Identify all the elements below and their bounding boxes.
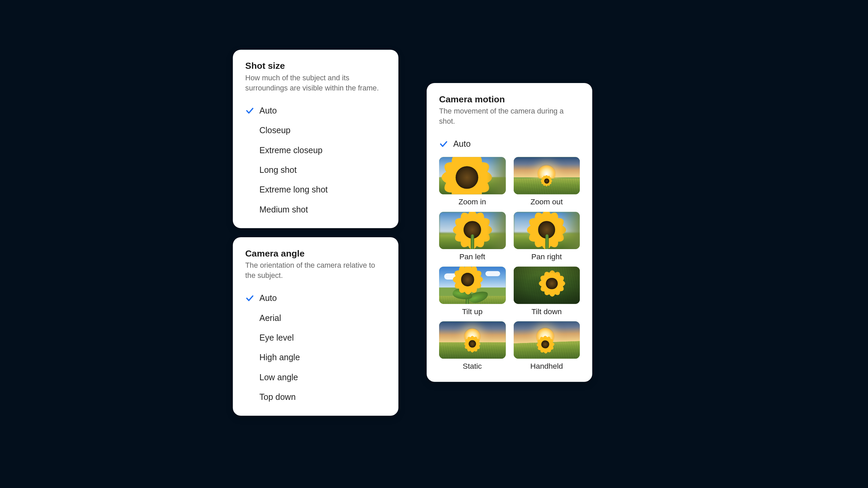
shot-size-panel: Shot size How much of the subject and it… xyxy=(233,50,398,228)
option-auto[interactable]: Auto xyxy=(245,101,386,120)
motion-tilt-down[interactable]: Tilt down xyxy=(513,267,580,316)
option-high-angle[interactable]: High angle xyxy=(245,347,386,367)
motion-pan-left[interactable]: Pan left xyxy=(439,212,506,261)
shot-size-description: How much of the subject and its surround… xyxy=(245,73,386,93)
camera-motion-description: The movement of the camera during a shot… xyxy=(439,106,580,126)
option-aerial[interactable]: Aerial xyxy=(245,308,386,328)
motion-label: Tilt up xyxy=(462,307,482,316)
option-label: Medium shot xyxy=(259,205,308,214)
option-extreme-long-shot[interactable]: Extreme long shot xyxy=(245,180,386,199)
thumbnail xyxy=(513,322,580,359)
motion-label: Static xyxy=(463,362,482,371)
option-label: Closeup xyxy=(259,125,291,135)
camera-motion-panel: Camera motion The movement of the camera… xyxy=(427,83,592,382)
motion-zoom-out[interactable]: Zoom out xyxy=(513,157,580,206)
option-closeup[interactable]: Closeup xyxy=(245,120,386,140)
thumbnail xyxy=(439,212,506,249)
camera-angle-panel: Camera angle The orientation of the came… xyxy=(233,237,398,416)
thumbnail xyxy=(513,212,580,249)
shot-size-title: Shot size xyxy=(245,61,386,71)
camera-motion-title: Camera motion xyxy=(439,94,580,104)
motion-pan-right[interactable]: Pan right xyxy=(513,212,580,261)
option-label: Auto xyxy=(259,293,277,303)
motion-label: Zoom in xyxy=(458,198,486,206)
motion-tilt-up[interactable]: Tilt up xyxy=(439,267,506,316)
camera-angle-title: Camera angle xyxy=(245,248,386,259)
motion-label: Handheld xyxy=(530,362,563,371)
thumbnail xyxy=(439,157,506,194)
option-label: Extreme long shot xyxy=(259,185,328,194)
option-auto[interactable]: Auto xyxy=(245,288,386,308)
motion-handheld[interactable]: Handheld xyxy=(513,322,580,371)
option-long-shot[interactable]: Long shot xyxy=(245,160,386,180)
motion-label: Tilt down xyxy=(532,307,562,316)
option-label: Extreme closeup xyxy=(259,145,322,155)
motion-static[interactable]: Static xyxy=(439,322,506,371)
thumbnail xyxy=(439,322,506,359)
thumbnail xyxy=(513,157,580,194)
option-label: Eye level xyxy=(259,333,294,342)
option-label: Long shot xyxy=(259,165,297,175)
option-eye-level[interactable]: Eye level xyxy=(245,328,386,347)
check-icon xyxy=(245,293,256,303)
option-top-down[interactable]: Top down xyxy=(245,387,386,407)
option-extreme-closeup[interactable]: Extreme closeup xyxy=(245,140,386,160)
option-label: Aerial xyxy=(259,313,281,323)
thumbnail xyxy=(513,267,580,304)
motion-label: Zoom out xyxy=(531,198,563,206)
motion-label: Pan right xyxy=(531,252,562,261)
option-auto[interactable]: Auto xyxy=(439,134,580,154)
option-label: Auto xyxy=(259,106,277,115)
option-label: Auto xyxy=(453,139,471,148)
check-icon xyxy=(245,106,256,115)
motion-options-grid: Zoom in Zoom out xyxy=(439,157,580,371)
option-low-angle[interactable]: Low angle xyxy=(245,367,386,387)
camera-angle-description: The orientation of the camera relative t… xyxy=(245,260,386,280)
option-medium-shot[interactable]: Medium shot xyxy=(245,200,386,219)
motion-zoom-in[interactable]: Zoom in xyxy=(439,157,506,206)
option-label: Top down xyxy=(259,392,296,402)
motion-label: Pan left xyxy=(459,252,485,261)
thumbnail xyxy=(439,267,506,304)
check-icon xyxy=(439,139,450,148)
option-label: Low angle xyxy=(259,372,298,382)
option-label: High angle xyxy=(259,352,300,362)
